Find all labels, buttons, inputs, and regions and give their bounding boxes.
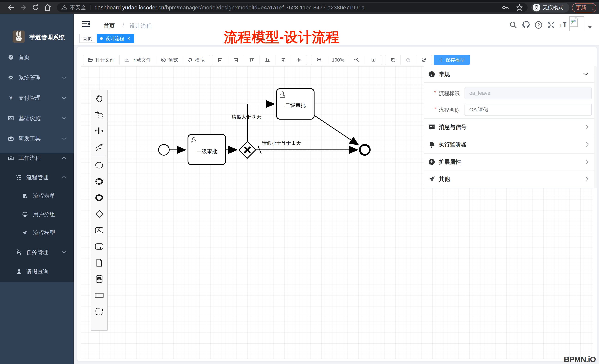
zoom-out-button[interactable] <box>311 55 328 65</box>
chevron-down-icon <box>62 137 67 140</box>
update-label[interactable]: 更新 <box>576 4 586 11</box>
tab-design-process[interactable]: 设计流程 <box>97 34 134 43</box>
undo-button[interactable] <box>385 55 401 65</box>
panel-section-other[interactable]: 其他 <box>424 170 594 188</box>
sidebar-item-task-mgmt[interactable]: 任务管理 <box>0 244 74 260</box>
group-face-icon <box>22 212 28 217</box>
folder-icon <box>88 57 93 62</box>
avatar-caret-icon[interactable] <box>588 26 592 28</box>
refresh-button[interactable] <box>416 55 432 65</box>
start-event[interactable] <box>159 144 169 155</box>
panel-section-messages[interactable]: 消息与信号 <box>424 119 594 136</box>
chevron-right-icon <box>585 124 589 130</box>
sidebar-item-devtools[interactable]: 研发工具 <box>0 130 74 147</box>
open-file-button[interactable]: 打开文件 <box>83 55 120 65</box>
update-button[interactable]: 更新 <box>572 3 596 12</box>
home-icon[interactable] <box>44 3 52 11</box>
chevron-down-icon <box>62 251 67 254</box>
field-process-key: * 流程标识 oa_leave <box>424 87 594 99</box>
form-edit-icon <box>22 193 28 199</box>
flow-gateway-to-task2[interactable] <box>247 104 274 141</box>
avatar[interactable] <box>569 16 584 33</box>
bookmark-star-icon[interactable] <box>516 4 523 11</box>
fullscreen-icon[interactable] <box>547 21 555 29</box>
zoom-in-button[interactable] <box>348 55 365 65</box>
password-key-icon[interactable] <box>502 4 509 11</box>
end-event[interactable] <box>360 145 370 155</box>
svg-text:?: ? <box>537 22 540 27</box>
align-left-button[interactable] <box>212 55 228 65</box>
paper-plane-icon <box>22 230 28 236</box>
field-process-name: * 流程名称 OA 请假 <box>424 104 594 116</box>
breadcrumb-current: 设计流程 <box>130 22 152 30</box>
sidebar-item-user-group[interactable]: 用户分组 <box>0 206 74 222</box>
align-center-vertical-button[interactable] <box>291 55 307 65</box>
sidebar-item-system[interactable]: 系统管理 <box>0 69 74 86</box>
close-icon[interactable] <box>127 37 131 40</box>
panel-section-extensions[interactable]: 扩展属性 <box>424 153 594 170</box>
simulate-button[interactable]: 模拟 <box>183 55 209 65</box>
collapse-sidebar-icon[interactable] <box>82 21 90 27</box>
download-file-button[interactable]: 下载文件 <box>120 55 156 65</box>
plus-circle-icon <box>428 159 435 165</box>
redo-button[interactable] <box>401 55 416 65</box>
url-bar[interactable]: 不安全 dashboard.yudao.iocoder.cn/bpm/manag… <box>57 3 528 12</box>
sidebar-item-process-mgmt[interactable]: 流程管理 <box>0 169 74 186</box>
required-mark: * <box>434 106 436 112</box>
sidebar-item-process-model[interactable]: 流程模型 <box>0 225 74 241</box>
plus-icon <box>439 58 443 62</box>
active-tab-dot <box>100 37 103 40</box>
save-model-button[interactable]: 保存模型 <box>434 55 470 65</box>
process-name-input[interactable]: OA 请假 <box>465 104 592 116</box>
preview-button[interactable]: 预览 <box>156 55 183 65</box>
app-logo[interactable] <box>13 31 25 43</box>
browser-menu-icon[interactable] <box>592 6 593 10</box>
sidebar-item-process-form[interactable]: 流程表单 <box>0 188 74 204</box>
list-tree-icon <box>16 175 22 180</box>
align-bottom-icon <box>265 58 270 62</box>
align-top-button[interactable] <box>244 55 260 65</box>
send-icon <box>428 176 435 183</box>
sidebar-item-infra[interactable]: 基础设施 <box>0 110 74 126</box>
zoom-reset-button[interactable] <box>365 55 382 65</box>
redo-icon <box>406 57 411 62</box>
zoom-reset-icon <box>371 57 376 62</box>
chevron-down-icon[interactable] <box>583 73 589 76</box>
back-icon[interactable] <box>7 3 15 11</box>
chip-icon <box>188 57 193 62</box>
flow-label-gt3days[interactable]: 请假大于 3 天 <box>232 114 261 119</box>
sidebar-item-payment[interactable]: ¥ 支付管理 <box>0 90 74 106</box>
security-label[interactable]: 不安全 <box>70 4 86 11</box>
flow-task2-to-end[interactable] <box>314 115 359 145</box>
flow-label-le1day[interactable]: 请假小于等于 1 天 <box>262 140 301 146</box>
svg-text:T: T <box>563 21 566 28</box>
sidebar-item-home[interactable]: 首页 <box>0 49 74 65</box>
align-bottom-button[interactable] <box>260 55 276 65</box>
github-icon[interactable] <box>522 21 530 29</box>
panel-scrollbar[interactable] <box>594 66 597 188</box>
align-right-button[interactable] <box>228 55 244 65</box>
chevron-right-icon <box>585 159 589 165</box>
tab-home[interactable]: 首页 <box>79 34 95 43</box>
sidebar-item-workflow[interactable]: 工作流程 <box>0 150 74 166</box>
panel-divider <box>424 188 594 188</box>
help-icon[interactable]: ? <box>534 21 543 29</box>
process-key-input[interactable]: oa_leave <box>465 87 592 99</box>
sidebar-item-leave-query[interactable]: 请假查询 <box>0 263 74 280</box>
search-icon[interactable] <box>509 21 518 29</box>
align-center-horizontal-button[interactable] <box>275 55 291 65</box>
breadcrumb-separator: / <box>123 22 124 28</box>
panel-section-general[interactable]: i 常规 <box>424 66 594 82</box>
reload-icon[interactable] <box>31 3 40 11</box>
font-size-icon[interactable]: TT <box>558 21 566 29</box>
bpmn-io-logo[interactable]: BPMN.iO <box>564 355 596 364</box>
refresh-icon <box>421 57 427 62</box>
chevron-up-icon <box>62 156 67 160</box>
yen-icon: ¥ <box>8 95 14 101</box>
app-title: 芋道管理系统 <box>29 34 65 42</box>
forward-icon[interactable] <box>19 3 27 11</box>
chevron-down-icon <box>62 96 67 99</box>
undo-icon <box>390 57 396 62</box>
panel-section-listeners[interactable]: 执行监听器 <box>424 136 594 153</box>
breadcrumb-home[interactable]: 首页 <box>104 22 115 30</box>
